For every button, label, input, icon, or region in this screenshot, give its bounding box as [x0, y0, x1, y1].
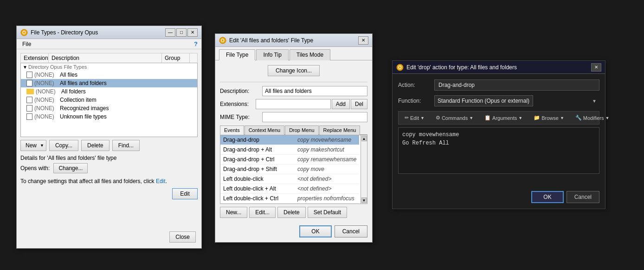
event-row-1[interactable]: Drag-and-drop + Alt copy makeshortcut [220, 145, 359, 155]
win3-close-button[interactable]: ✕ [591, 63, 601, 72]
item-1-desc: All files and folders [60, 80, 195, 86]
tab-file-type[interactable]: File Type [219, 49, 255, 60]
action-input[interactable] [434, 79, 599, 91]
item-2-ext: (NONE) [36, 88, 61, 95]
edit-toolbar-button[interactable]: ✏ Edit ▼ [400, 113, 429, 123]
event-row-6[interactable]: Left double-click + Ctrl properties nofr… [220, 194, 359, 204]
browse-toolbar-button[interactable]: 📁 Browse ▼ [529, 113, 568, 123]
event-tab-context[interactable]: Context Menu [245, 125, 284, 135]
function-select-wrapper: Standard Function (Opus or external) ▼ [434, 95, 599, 106]
add-button[interactable]: Add [332, 99, 350, 109]
edit-btn-row: Edit [20, 188, 198, 199]
extensions-input-area: Add Del [256, 99, 367, 109]
events-scrollbar[interactable]: ▲ ▼ [361, 135, 367, 204]
win2-ok-button[interactable]: OK [299, 225, 331, 237]
event-row-4[interactable]: Left double-click <not defined> [220, 174, 359, 184]
item-4-ext: (NONE) [34, 105, 60, 112]
event-action-6: Left double-click + Ctrl [220, 194, 295, 204]
delete-button[interactable]: Delete [81, 140, 109, 151]
win1-minimize-button[interactable]: — [165, 28, 175, 37]
new-button[interactable]: New ▼ [20, 140, 46, 151]
list-item-1[interactable]: (NONE) All files and folders [21, 79, 197, 87]
change-icon-button[interactable]: Change Icon... [268, 65, 320, 76]
event-tab-drop[interactable]: Drop Menu [285, 125, 318, 135]
win1-title-bar: O File Types - Directory Opus — □ ✕ [17, 26, 201, 39]
event-tab-events[interactable]: Events [220, 125, 244, 135]
event-row-2[interactable]: Drag-and-drop + Ctrl copy renamewhensame [220, 155, 359, 165]
new-dropdown-arrow: ▼ [40, 143, 44, 148]
event-row-0[interactable]: Drag-and-drop copy movewhensame [220, 135, 359, 145]
win1-close-button[interactable]: ✕ [187, 28, 198, 37]
scroll-up-arrow[interactable]: ▲ [361, 136, 367, 141]
change-button[interactable]: Change... [53, 163, 88, 173]
event-cmd-6: properties nofromfocus [295, 194, 359, 204]
col-group: Group [162, 53, 190, 63]
edit-event-button[interactable]: Edit... [249, 207, 276, 218]
del-button[interactable]: Del [351, 99, 367, 109]
list-item-3[interactable]: (NONE) Collection item [21, 96, 197, 104]
arguments-toolbar-button[interactable]: 📋 Arguments ▼ [480, 113, 527, 123]
mime-input[interactable] [262, 112, 367, 122]
list-item-0[interactable]: (NONE) All files [21, 71, 197, 79]
event-row-3[interactable]: Drag-and-drop + Shift copy move [220, 165, 359, 174]
event-tab-replace[interactable]: Replace Menu [319, 125, 361, 135]
event-cmd-5: <not defined> [295, 184, 359, 194]
delete-event-button[interactable]: Delete [277, 207, 306, 218]
browse-dropdown-arrow: ▼ [560, 116, 564, 120]
toolbar-row: ✏ Edit ▼ ⚙ Commands ▼ 📋 Arguments ▼ 📁 Br… [398, 111, 599, 125]
scroll-down-arrow[interactable]: ▼ [361, 198, 367, 203]
event-cmd-1: copy makeshortcut [295, 145, 359, 155]
event-action-1: Drag-and-drop + Alt [220, 145, 295, 155]
win3-title-buttons: ✕ [591, 63, 601, 72]
item-0-desc: All files [60, 72, 195, 78]
file-list[interactable]: ▼ Directory Opus File Types (NONE) All f… [20, 63, 198, 137]
edit-button[interactable]: Edit [172, 188, 198, 199]
file-icon-5 [26, 113, 32, 120]
event-row-5[interactable]: Left double-click + Alt <not defined> [220, 184, 359, 194]
description-input[interactable] [262, 86, 367, 96]
edit-link[interactable]: Edit [156, 178, 166, 184]
win1-maximize-button[interactable]: □ [176, 28, 187, 37]
find-button[interactable]: Find... [112, 140, 140, 151]
win3-title: Edit 'drop' action for type: All files a… [406, 64, 591, 71]
item-1-ext: (NONE) [34, 80, 60, 86]
event-cmd-3: copy move [295, 165, 359, 174]
set-default-button[interactable]: Set Default [308, 207, 347, 218]
col-extension: Extension [21, 53, 49, 63]
file-types-window: O File Types - Directory Opus — □ ✕ File… [16, 26, 202, 249]
events-table[interactable]: Drag-and-drop copy movewhensame Drag-and… [220, 135, 361, 204]
list-item-2[interactable]: (NONE) All folders [21, 87, 197, 96]
win1-menu-file[interactable]: File [20, 40, 33, 48]
folder-icon-2 [26, 89, 34, 94]
commands-icon: ⚙ [436, 115, 440, 121]
win2-close-button[interactable]: ✕ [358, 36, 368, 45]
modifiers-toolbar-button[interactable]: 🔧 Modifiers ▼ [571, 113, 614, 123]
list-item-5[interactable]: (NONE) Unknown file types [21, 112, 197, 121]
function-row: Function: Standard Function (Opus or ext… [398, 95, 599, 106]
file-list-header: Extension Description Group [20, 53, 198, 63]
file-icon-1 [26, 80, 32, 86]
close-button[interactable]: Close [169, 231, 196, 243]
list-item-4[interactable]: (NONE) Recognized images [21, 104, 197, 112]
item-3-desc: Collection item [60, 97, 195, 103]
mime-label: MIME Type: [220, 114, 259, 120]
win3-ok-button[interactable]: OK [531, 191, 563, 203]
modifiers-icon: 🔧 [575, 115, 582, 121]
copy-button[interactable]: Copy... [49, 140, 78, 151]
tab-tiles-mode-label: Tiles Mode [296, 52, 323, 58]
win2-cancel-button[interactable]: Cancel [335, 225, 367, 237]
file-icon-0 [26, 72, 32, 78]
win3-cancel-button[interactable]: Cancel [567, 191, 599, 203]
code-editor[interactable]: copy movewhensame Go Refresh All [398, 127, 599, 174]
tab-info-tip[interactable]: Info Tip [256, 49, 288, 60]
win1-help-icon[interactable]: ? [194, 40, 198, 47]
modifiers-dropdown-arrow: ▼ [605, 116, 609, 120]
svg-text:O: O [22, 30, 26, 35]
commands-toolbar-button[interactable]: ⚙ Commands ▼ [431, 113, 477, 123]
new-event-button[interactable]: New... [220, 207, 247, 218]
list-item-tree-header[interactable]: ▼ Directory Opus File Types [21, 63, 197, 71]
commands-toolbar-label: Commands [442, 115, 468, 121]
extensions-input[interactable] [256, 99, 331, 109]
tab-tiles-mode[interactable]: Tiles Mode [290, 49, 330, 60]
function-select[interactable]: Standard Function (Opus or external) [434, 95, 533, 106]
